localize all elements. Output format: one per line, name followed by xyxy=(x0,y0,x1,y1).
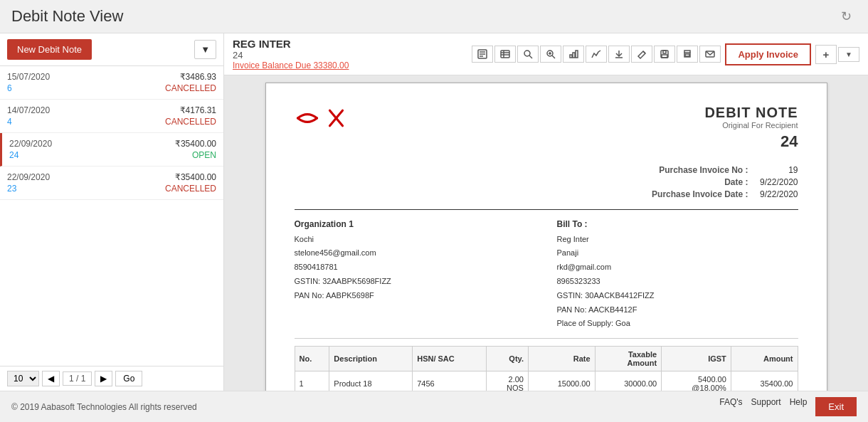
from-city: Kochi xyxy=(295,233,536,247)
document-header: DEBIT NOTE Original For Recipient 24 xyxy=(295,105,798,151)
toolbar-email-btn[interactable] xyxy=(699,46,721,63)
new-debit-note-button[interactable]: New Debit Note xyxy=(7,39,92,60)
document-table: No. Description HSN/ SAC Qty. Rate Taxab… xyxy=(295,346,798,391)
toolbar-dropdown-button[interactable]: ▼ xyxy=(838,47,859,62)
meta-label-2: Date : xyxy=(635,177,748,187)
item-id[interactable]: 24 xyxy=(9,150,112,160)
toolbar-zoom-btn[interactable] xyxy=(540,46,561,63)
refresh-icon[interactable]: ↻ xyxy=(841,9,857,24)
company-logo xyxy=(295,105,359,134)
support-link[interactable]: Support xyxy=(751,397,781,416)
toolbar-chart1-btn[interactable] xyxy=(563,46,584,63)
bill-to-city: Panaji xyxy=(557,246,798,260)
toolbar-list-icon-btn[interactable] xyxy=(494,46,516,63)
right-panel: REG INTER 24 Invoice Balance Due 33380.0… xyxy=(224,33,868,391)
from-gstin: GSTIN: 32AABPK5698FIZZ xyxy=(295,275,536,289)
cell-amount: 35400.00 xyxy=(731,371,798,391)
item-amount: ₹35400.00 xyxy=(112,172,216,182)
pagination: 10 25 50 ◀ 1 / 1 ▶ Go xyxy=(0,366,223,391)
item-status: CANCELLED xyxy=(112,117,216,127)
item-amount: ₹35400.00 xyxy=(114,139,217,149)
list-item[interactable]: 15/07/2020 ₹3486.93 6 CANCELLED xyxy=(0,66,223,100)
item-id[interactable]: 23 xyxy=(7,184,111,194)
bill-to-phone: 8965323233 xyxy=(557,275,798,289)
help-link[interactable]: Help xyxy=(790,397,808,416)
bill-to-supply: Place of Supply: Goa xyxy=(557,317,798,331)
svg-rect-14 xyxy=(570,55,572,58)
meta-label-1: Purchase Invoice No : xyxy=(635,165,748,175)
toolbar-edit-btn[interactable] xyxy=(631,46,652,63)
next-page-button[interactable]: ▶ xyxy=(95,371,112,386)
svg-rect-22 xyxy=(662,55,667,58)
invoice-number: 24 xyxy=(233,50,472,60)
col-rate: Rate xyxy=(528,347,595,371)
go-button[interactable]: Go xyxy=(115,371,142,386)
left-panel: New Debit Note ▼ 15/07/2020 ₹3486.93 6 C… xyxy=(0,33,224,391)
item-date: 22/09/2020 xyxy=(7,172,111,182)
invoice-info: REG INTER 24 Invoice Balance Due 33380.0… xyxy=(233,38,472,70)
svg-point-8 xyxy=(524,51,530,56)
app-container: Debit Note View ↻ New Debit Note ▼ 15/07… xyxy=(0,0,868,422)
right-panel-header: REG INTER 24 Invoice Balance Due 33380.0… xyxy=(224,33,868,75)
app-header: Debit Note View ↻ xyxy=(0,0,868,33)
toolbar-save-btn[interactable] xyxy=(654,46,675,63)
cell-qty: 2.00NOS xyxy=(487,371,529,391)
cell-desc: Product 18 xyxy=(329,371,413,391)
item-date: 22/09/2020 xyxy=(9,139,112,149)
table-row: 1 Product 18 7456 2.00NOS 15000.00 30000… xyxy=(295,371,798,391)
toolbar: Apply Invoice + ▼ xyxy=(472,43,859,65)
item-date: 15/07/2020 xyxy=(7,72,111,82)
toolbar-page-icon-btn[interactable] xyxy=(472,46,493,63)
invoice-title: REG INTER xyxy=(233,38,472,50)
document-paper: DEBIT NOTE Original For Recipient 24 Pur… xyxy=(265,83,827,391)
document-area: DEBIT NOTE Original For Recipient 24 Pur… xyxy=(224,75,868,391)
bill-to-label: Bill To : xyxy=(557,217,798,233)
from-address: Organization 1 Kochi stelone456@gmail.co… xyxy=(295,217,536,331)
document-subtitle: Original For Recipient xyxy=(704,121,798,130)
document-main-title: DEBIT NOTE xyxy=(704,105,798,121)
list-item[interactable]: 22/09/2020 ₹35400.00 23 CANCELLED xyxy=(0,167,223,200)
exit-button[interactable]: Exit xyxy=(815,397,857,416)
apply-invoice-button[interactable]: Apply Invoice xyxy=(725,43,811,65)
col-qty: Qty. xyxy=(487,347,529,371)
toolbar-search-btn[interactable] xyxy=(517,46,539,63)
bill-to-pan: PAN No: AACKB4412F xyxy=(557,303,798,317)
item-status: CANCELLED xyxy=(112,184,216,194)
prev-page-button[interactable]: ◀ xyxy=(42,371,60,386)
from-email: stelone456@gmail.com xyxy=(295,246,536,260)
footer-links: FAQ's Support Help Exit xyxy=(719,397,857,416)
item-amount: ₹4176.31 xyxy=(112,105,216,115)
svg-rect-4 xyxy=(501,51,509,58)
svg-rect-16 xyxy=(576,51,578,58)
toolbar-print-btn[interactable] xyxy=(677,46,698,63)
cell-hsn: 7456 xyxy=(413,371,487,391)
col-igst: IGST xyxy=(662,347,731,371)
item-id[interactable]: 4 xyxy=(7,117,111,127)
cell-no: 1 xyxy=(295,371,329,391)
svg-rect-21 xyxy=(663,51,666,53)
meta-label-3: Purchase Invoice Date : xyxy=(635,189,748,199)
toolbar-download-btn[interactable] xyxy=(608,46,630,63)
list-item[interactable]: 14/07/2020 ₹4176.31 4 CANCELLED xyxy=(0,100,223,133)
copyright-text: © 2019 Aabasoft Technologies All rights … xyxy=(11,402,197,412)
svg-line-19 xyxy=(643,51,645,53)
left-panel-header: New Debit Note ▼ xyxy=(0,33,223,66)
toolbar-chart2-btn[interactable] xyxy=(586,46,607,63)
document-number: 24 xyxy=(704,132,798,151)
item-status: CANCELLED xyxy=(112,83,216,93)
invoice-balance[interactable]: Invoice Balance Due 33380.00 xyxy=(233,60,472,70)
item-id[interactable]: 6 xyxy=(7,83,111,93)
page-size-select[interactable]: 10 25 50 xyxy=(7,371,39,386)
col-desc: Description xyxy=(329,347,413,371)
col-taxable: TaxableAmount xyxy=(595,347,662,371)
list-items: 15/07/2020 ₹3486.93 6 CANCELLED 14/07/20… xyxy=(0,66,223,366)
bill-to-address: Bill To : Reg Inter Panaji rkd@gmail.com… xyxy=(557,217,798,331)
list-item[interactable]: 22/09/2020 ₹35400.00 24 OPEN xyxy=(0,133,223,167)
page-info: 1 / 1 xyxy=(63,371,92,386)
toolbar-plus-button[interactable]: + xyxy=(815,45,837,64)
filter-button[interactable]: ▼ xyxy=(194,40,216,59)
from-phone: 8590418781 xyxy=(295,260,536,275)
item-status: OPEN xyxy=(114,150,217,160)
faq-link[interactable]: FAQ's xyxy=(719,397,742,416)
meta-value-3: 9/22/2020 xyxy=(756,189,798,199)
